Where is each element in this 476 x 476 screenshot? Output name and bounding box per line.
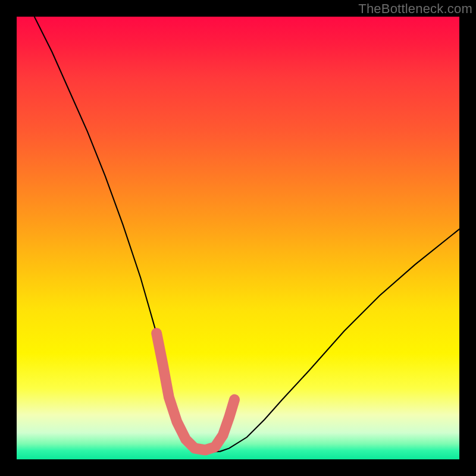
chart-plot-area: [17, 17, 459, 459]
chart-curve: [17, 17, 459, 459]
watermark-text: TheBottleneck.com: [358, 1, 472, 17]
optimal-range-marker: [156, 333, 234, 450]
bottleneck-curve: [35, 17, 459, 452]
